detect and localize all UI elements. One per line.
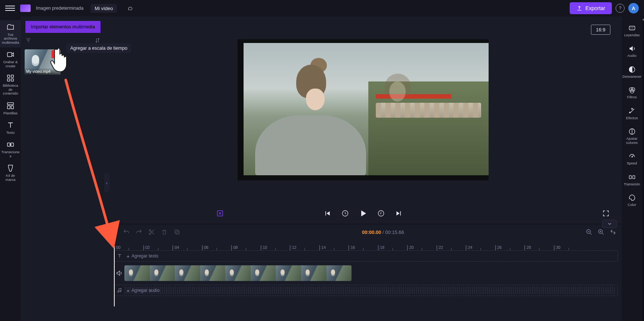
preview-canvas[interactable] — [238, 39, 489, 180]
sidebar-label: Plantillas — [3, 111, 18, 115]
ruler-tick-label: :06 — [203, 245, 209, 250]
fade-icon — [628, 65, 636, 74]
zoom-in-icon[interactable] — [598, 229, 604, 235]
player-controls — [105, 203, 622, 224]
sidebar-right-fade[interactable]: Desvanecer — [622, 62, 643, 81]
help-icon[interactable]: ? — [616, 4, 625, 13]
sidebar-right-captions[interactable]: Leyendas — [622, 21, 643, 40]
ruler-tick-label: :16 — [350, 245, 355, 250]
mute-track-icon[interactable] — [114, 270, 124, 277]
sidebar-right-transition[interactable]: Transición — [622, 170, 643, 189]
timeline-timecode: 00:00.00 / 00:15.66 — [186, 229, 580, 235]
rewind-icon[interactable] — [341, 209, 350, 218]
r-label: Leyendas — [624, 33, 640, 37]
sidebar-right-adjust[interactable]: Ajustar colores — [622, 124, 643, 148]
timeline-toolbar: 00:00.00 / 00:15.66 — [105, 224, 622, 240]
menu-icon[interactable] — [5, 3, 15, 13]
ruler-tick-label: :20 — [408, 245, 414, 250]
crop-tool-icon[interactable] — [110, 229, 117, 235]
collapse-media-panel-button[interactable]: ‹ — [104, 173, 109, 192]
media-thumbnail[interactable]: + My video.mp4 — [25, 49, 61, 75]
export-button[interactable]: Exportar — [570, 2, 612, 14]
svg-rect-27 — [632, 175, 635, 178]
thumbnail-filename: My video.mp4 — [25, 68, 61, 75]
filters-icon — [628, 86, 636, 94]
playhead[interactable] — [114, 224, 115, 306]
sidebar-right-audio[interactable]: Audio — [622, 41, 643, 61]
filter-icon[interactable] — [25, 37, 31, 43]
svg-rect-19 — [629, 26, 635, 30]
forward-icon[interactable] — [377, 209, 386, 218]
zoom-out-icon[interactable] — [586, 229, 592, 235]
text-track[interactable]: + Agregar texto — [114, 250, 618, 262]
sidebar-item-brandkit[interactable]: Kit de marca — [0, 161, 21, 185]
project-title-input[interactable]: Mi vídeo — [91, 4, 117, 13]
timeline-ruler[interactable]: :00:02:04:06:08:10:12:14:16:18:20:22:24:… — [114, 240, 622, 250]
delete-thumbnail-button[interactable] — [52, 50, 60, 58]
svg-rect-4 — [11, 79, 13, 81]
sidebar-label: Biblioteca de contenido — [1, 84, 20, 95]
ruler-tick-label: :30 — [555, 245, 561, 250]
split-icon[interactable] — [148, 229, 155, 235]
sidebar-item-media[interactable]: Tus archivos multimedia — [0, 20, 21, 47]
r-label: Audio — [628, 54, 637, 58]
fullscreen-icon[interactable] — [601, 209, 610, 218]
aspect-ratio-button[interactable]: 16:9 — [591, 25, 610, 35]
media-panel: Importar elementos multimedia + My video… — [21, 16, 105, 321]
delete-icon[interactable] — [161, 229, 168, 235]
duplicate-icon[interactable] — [174, 229, 180, 235]
video-track[interactable] — [114, 264, 618, 283]
autosave-icon[interactable] — [126, 4, 134, 12]
sidebar-right-color[interactable]: Color — [622, 191, 643, 210]
r-label: Desvanecer — [622, 75, 641, 78]
ai-tools-icon[interactable] — [216, 209, 225, 218]
sidebar-item-library[interactable]: Biblioteca de contenido — [0, 71, 21, 98]
brand-label: Imagen predeterminada — [36, 6, 83, 11]
left-sidebar: Tus archivos multimedia Grabar & create … — [0, 16, 21, 321]
current-time: 00:00.00 — [362, 229, 381, 235]
fit-timeline-icon[interactable] — [610, 229, 616, 235]
transition-icon — [628, 173, 636, 181]
sidebar-right-effects[interactable]: Efectos — [622, 104, 643, 123]
sidebar-item-text[interactable]: Texto — [0, 118, 21, 138]
play-icon[interactable] — [359, 209, 368, 218]
ruler-tick-label: :10 — [262, 245, 267, 250]
undo-icon[interactable] — [123, 229, 130, 235]
sidebar-right-speed[interactable]: Speed — [622, 149, 643, 168]
ruler-tick-label: :12 — [291, 245, 297, 250]
collapse-right-panel-button[interactable]: › — [643, 16, 644, 321]
sidebar-label: Texto — [6, 131, 15, 135]
sidebar-right-filters[interactable]: Filtros — [622, 83, 643, 102]
redo-icon[interactable] — [136, 229, 142, 235]
r-label: Color — [628, 203, 636, 207]
skip-start-icon[interactable] — [323, 209, 332, 218]
preview-frame — [238, 39, 489, 180]
svg-rect-1 — [7, 75, 10, 77]
svg-rect-6 — [7, 106, 10, 109]
add-to-timeline-button[interactable]: + — [52, 61, 59, 68]
svg-rect-7 — [11, 106, 13, 109]
ruler-tick-label: :08 — [232, 245, 238, 250]
add-text-icon: + — [125, 253, 131, 259]
svg-rect-5 — [7, 102, 14, 105]
sort-icon[interactable] — [95, 37, 100, 43]
import-media-button[interactable]: Importar elementos multimedia — [25, 21, 100, 33]
ruler-tick-label: :04 — [174, 245, 179, 250]
skip-end-icon[interactable] — [394, 209, 403, 218]
sidebar-label: Transiciones — [1, 150, 20, 158]
svg-rect-2 — [11, 75, 13, 77]
user-avatar[interactable]: A — [628, 3, 639, 13]
collapse-timeline-button[interactable] — [602, 220, 617, 228]
svg-point-25 — [632, 157, 632, 157]
export-label: Exportar — [585, 5, 605, 11]
r-label: Efectos — [626, 116, 638, 120]
total-time: 00:15.66 — [385, 229, 404, 235]
sidebar-item-templates[interactable]: Plantillas — [0, 99, 21, 118]
color-icon — [628, 194, 636, 202]
sidebar-item-record[interactable]: Grabar & create — [0, 47, 21, 71]
svg-rect-0 — [7, 53, 12, 57]
sidebar-item-transitions[interactable]: Transiciones — [0, 138, 21, 161]
audio-track[interactable]: + Agregar audio — [114, 285, 618, 296]
video-clip[interactable] — [124, 265, 352, 281]
top-bar: Imagen predeterminada Mi vídeo Exportar … — [0, 0, 644, 16]
